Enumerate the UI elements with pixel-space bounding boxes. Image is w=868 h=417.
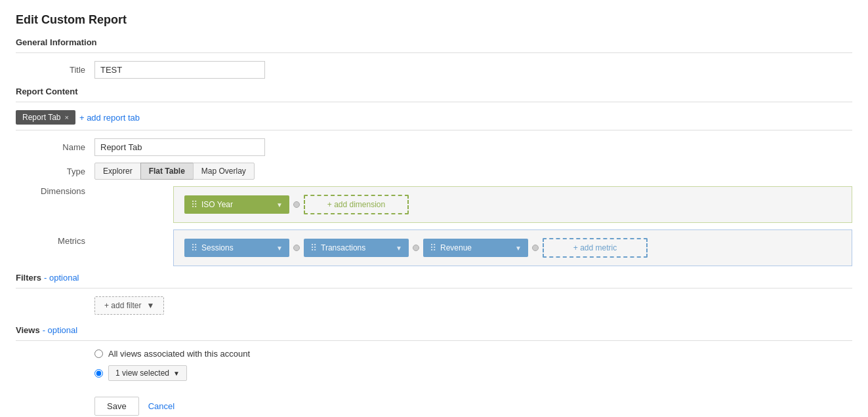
metrics-label: Metrics xyxy=(16,229,94,246)
filters-add-area: + add filter ▼ xyxy=(94,296,852,315)
add-filter-label: filter xyxy=(127,301,142,310)
cancel-button[interactable]: Cancel xyxy=(146,397,177,416)
connector-dot-met3 xyxy=(532,245,539,251)
tab-name-label: Report Tab xyxy=(22,113,60,122)
metric-sessions[interactable]: ⠿ Sessions ▼ xyxy=(184,239,289,257)
tab-divider xyxy=(16,130,852,130)
type-btn-map-overlay[interactable]: Map Overlay xyxy=(193,163,255,180)
metric-dropdown-icon-revenue[interactable]: ▼ xyxy=(515,245,522,252)
view-dropdown[interactable]: 1 view selected ▼ xyxy=(108,365,187,381)
radio-selected-views[interactable] xyxy=(94,369,103,378)
general-info-divider xyxy=(16,52,852,53)
type-btn-group: Explorer Flat Table Map Overlay xyxy=(94,163,255,180)
metrics-row: Metrics ⠿ Sessions ▼ ⠿ Transactions ▼ ⠿ … xyxy=(16,229,852,266)
page-title: Edit Custom Report xyxy=(16,13,852,27)
type-label: Type xyxy=(16,167,94,176)
type-btn-explorer[interactable]: Explorer xyxy=(94,163,141,180)
metric-dropdown-icon-sessions[interactable]: ▼ xyxy=(276,245,283,252)
add-metric-btn[interactable]: + add metric xyxy=(543,238,648,258)
metric-revenue[interactable]: ⠿ Revenue ▼ xyxy=(423,239,528,257)
tabs-bar: Report Tab × + add report tab xyxy=(16,110,852,125)
tab-close-icon[interactable]: × xyxy=(64,113,68,121)
filters-divider xyxy=(16,288,852,288)
views-divider xyxy=(16,340,852,341)
views-label: Views xyxy=(16,325,40,335)
dimension-dropdown-icon[interactable]: ▼ xyxy=(276,201,283,208)
connector-dot-met2 xyxy=(413,245,419,251)
name-input[interactable] xyxy=(94,138,265,156)
view-dropdown-arrow-icon: ▼ xyxy=(173,370,180,377)
add-filter-plus: + add xyxy=(104,301,124,310)
connector-dot-met1 xyxy=(293,245,300,251)
general-info-label: General Information xyxy=(16,37,852,47)
metric-name-transactions: Transactions xyxy=(321,243,390,252)
dimensions-row: Dimensions ⠿ ISO Year ▼ + add dimension xyxy=(16,186,852,223)
report-tab[interactable]: Report Tab × xyxy=(16,110,75,125)
title-row: Title xyxy=(16,61,852,79)
title-label: Title xyxy=(16,65,94,75)
drag-handle-icon: ⠿ xyxy=(191,243,197,253)
name-row: Name xyxy=(16,138,852,156)
type-btn-flat-table[interactable]: Flat Table xyxy=(140,163,194,180)
drag-handle-icon: ⠿ xyxy=(430,243,436,253)
action-row: Save Cancel xyxy=(94,397,852,416)
type-row: Type Explorer Flat Table Map Overlay xyxy=(16,163,852,180)
dimensions-label: Dimensions xyxy=(16,186,94,196)
report-content-divider xyxy=(16,102,852,102)
report-content-label: Report Content xyxy=(16,87,852,96)
filters-label: Filters xyxy=(16,273,41,283)
title-input[interactable] xyxy=(94,61,265,79)
metric-transactions[interactable]: ⠿ Transactions ▼ xyxy=(304,239,409,257)
report-content-section: Report Content Report Tab × + add report… xyxy=(16,87,852,266)
filters-optional: - optional xyxy=(44,273,79,283)
radio-row-all: All views associated with this account xyxy=(94,349,852,359)
views-optional: - optional xyxy=(43,325,77,335)
filters-section: Filters - optional + add filter ▼ xyxy=(16,273,852,315)
name-label: Name xyxy=(16,142,94,152)
metric-dropdown-icon-transactions[interactable]: ▼ xyxy=(396,245,402,252)
metric-name-sessions: Sessions xyxy=(201,243,271,252)
metrics-area: ⠿ Sessions ▼ ⠿ Transactions ▼ ⠿ Revenue … xyxy=(173,229,852,266)
add-tab-link[interactable]: + add report tab xyxy=(79,113,140,123)
view-dropdown-label: 1 view selected xyxy=(115,368,169,378)
radio-all-views[interactable] xyxy=(94,349,103,358)
metric-name-revenue: Revenue xyxy=(440,243,510,252)
connector-dot-dim xyxy=(293,201,300,208)
drag-handle-icon: ⠿ xyxy=(310,243,317,253)
dimension-name: ISO Year xyxy=(201,200,271,209)
filter-dropdown-arrow: ▼ xyxy=(146,301,154,310)
dimensions-area: ⠿ ISO Year ▼ + add dimension xyxy=(173,186,852,223)
add-filter-btn[interactable]: + add filter ▼ xyxy=(94,296,164,315)
add-dimension-btn[interactable]: + add dimension xyxy=(304,195,409,214)
views-section: Views - optional All views associated wi… xyxy=(16,325,852,381)
save-button[interactable]: Save xyxy=(94,397,139,416)
drag-handle-icon: ⠿ xyxy=(191,199,197,210)
radio-all-views-label: All views associated with this account xyxy=(108,349,250,359)
radio-row-selected: 1 view selected ▼ xyxy=(94,365,852,381)
dimension-iso-year[interactable]: ⠿ ISO Year ▼ xyxy=(184,195,289,214)
general-info-section: General Information Title xyxy=(16,37,852,79)
